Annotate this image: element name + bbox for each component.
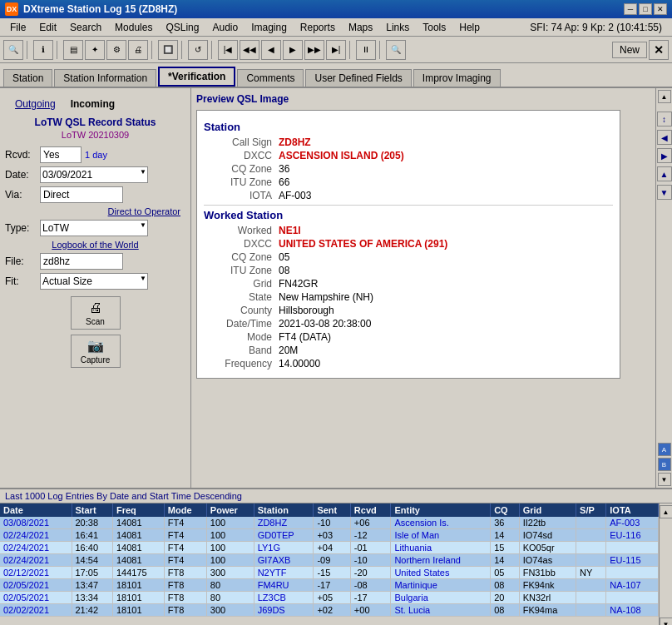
menu-reports[interactable]: Reports bbox=[294, 20, 342, 35]
toolbar-nav4[interactable]: ▶ bbox=[283, 40, 303, 60]
scroll-action-a[interactable]: A bbox=[658, 443, 671, 456]
table-row[interactable]: 02/05/202113:3418101FT880LZ3CB+05-17Bulg… bbox=[0, 592, 659, 604]
qsl-worked-mode: Mode FT4 (DATA) bbox=[204, 331, 613, 343]
direct-operator-link[interactable]: Direct to Operator bbox=[5, 206, 180, 216]
tab-verification[interactable]: *Verification bbox=[158, 67, 235, 87]
qsl-worked: Worked NE1I bbox=[204, 225, 613, 236]
toolbar-btn6[interactable]: 🖨 bbox=[128, 40, 148, 60]
menu-modules[interactable]: Modules bbox=[108, 20, 159, 35]
table-row[interactable]: 02/24/202114:5414081FT4100GI7AXB-09-10No… bbox=[0, 554, 659, 567]
lotw-date: LoTW 20210309 bbox=[5, 130, 185, 140]
app-icon: DX bbox=[5, 2, 18, 16]
scroll-icon-2[interactable]: ◀ bbox=[657, 130, 672, 145]
table-row[interactable]: 02/12/202117:05144175FT8300N2YTF-15-20Un… bbox=[0, 567, 659, 579]
fit-dropdown[interactable]: Actual Size Fit to Window Fit Width bbox=[40, 273, 148, 290]
action-buttons: 🖨 Scan 📷 Capture bbox=[5, 296, 185, 368]
log-table-header: Date Start Freq Mode Power Station Sent … bbox=[0, 503, 659, 517]
tab-comments[interactable]: Comments bbox=[237, 69, 304, 87]
toolbar-btn3[interactable]: ▤ bbox=[63, 40, 83, 60]
logbook-link[interactable]: Logbook of the World bbox=[5, 240, 185, 250]
maximize-button[interactable]: □ bbox=[639, 3, 652, 15]
scroll-action-b[interactable]: B bbox=[658, 458, 671, 471]
toolbar-sep-3 bbox=[151, 41, 155, 59]
toolbar-nav5[interactable]: ▶▶ bbox=[304, 40, 324, 60]
menu-edit[interactable]: Edit bbox=[32, 20, 63, 35]
toolbar-nav2[interactable]: ◀◀ bbox=[240, 40, 259, 60]
col-start: Start bbox=[72, 503, 112, 517]
log-scroll-down[interactable]: ▼ bbox=[660, 618, 673, 625]
col-station: Station bbox=[254, 503, 314, 517]
scroll-icon-1[interactable]: ↕ bbox=[657, 112, 672, 126]
toolbar-search-btn[interactable]: 🔍 bbox=[3, 40, 23, 60]
subtab-incoming[interactable]: Incoming bbox=[64, 97, 121, 112]
table-row[interactable]: 02/24/202116:4014081FT4100LY1G+04-01Lith… bbox=[0, 542, 659, 554]
log-scroll-up[interactable]: ▲ bbox=[660, 505, 673, 518]
toolbar-sep-1 bbox=[27, 41, 30, 59]
menu-search[interactable]: Search bbox=[63, 20, 108, 35]
sfi-display: SFI: 74 Ap: 9 Kp: 2 (10:41:55) bbox=[530, 22, 669, 33]
log-table-container[interactable]: Date Start Freq Mode Power Station Sent … bbox=[0, 503, 659, 625]
scan-button[interactable]: 🖨 Scan bbox=[71, 296, 121, 330]
toolbar-btn5[interactable]: ⚙ bbox=[106, 40, 126, 60]
title-bar: DX DXtreme Station Log 15 (ZD8HZ) ─ □ ✕ bbox=[0, 0, 672, 18]
menu-imaging[interactable]: Imaging bbox=[245, 20, 294, 35]
scroll-icon-5[interactable]: ▼ bbox=[657, 185, 672, 200]
menu-audio[interactable]: Audio bbox=[205, 20, 245, 35]
toolbar-close-btn[interactable]: ✕ bbox=[649, 40, 669, 60]
toolbar-find-btn[interactable]: 🔍 bbox=[386, 40, 406, 60]
table-row[interactable]: 02/02/202121:4218101FT8300J69DS+02+00St.… bbox=[0, 604, 659, 617]
table-row[interactable]: 02/24/202116:4114081FT4100GD0TEP+03-12Is… bbox=[0, 529, 659, 542]
tab-user-fields[interactable]: User Defined Fields bbox=[305, 69, 411, 87]
toolbar-nav3[interactable]: ◀ bbox=[261, 40, 281, 60]
tab-station-info[interactable]: Station Information bbox=[54, 69, 156, 87]
toolbar-btn4[interactable]: ✦ bbox=[85, 40, 105, 60]
scroll-action-icons: ↕ ◀ ▶ ▲ ▼ bbox=[657, 112, 672, 200]
menu-links[interactable]: Links bbox=[379, 20, 416, 35]
worked-section-title: Worked Station bbox=[204, 209, 613, 221]
capture-button[interactable]: 📷 Capture bbox=[71, 335, 121, 368]
date-dropdown[interactable]: 03/09/2021 bbox=[40, 166, 148, 183]
tab-improv-imaging[interactable]: Improv Imaging bbox=[413, 69, 501, 87]
via-input[interactable] bbox=[40, 186, 123, 203]
menu-qsling[interactable]: QSLing bbox=[159, 20, 205, 35]
minimize-button[interactable]: ─ bbox=[624, 3, 637, 15]
qsl-worked-grid: Grid FN42GR bbox=[204, 278, 613, 290]
col-sent: Sent bbox=[314, 503, 350, 517]
col-sp: S/P bbox=[576, 503, 606, 517]
type-dropdown[interactable]: LoTW bbox=[40, 220, 148, 236]
menu-help[interactable]: Help bbox=[452, 20, 487, 35]
subtab-outgoing[interactable]: Outgoing bbox=[8, 97, 62, 112]
via-row: Via: bbox=[5, 186, 185, 203]
fit-row: Fit: Actual Size Fit to Window Fit Width bbox=[5, 273, 185, 290]
scroll-up-btn[interactable]: ▲ bbox=[658, 90, 671, 103]
table-row[interactable]: 02/05/202113:4718101FT880FM4RU-17-08Mart… bbox=[0, 579, 659, 592]
col-iota: IOTA bbox=[606, 503, 659, 517]
toolbar-nav6[interactable]: ▶| bbox=[326, 40, 346, 60]
toolbar-nav1[interactable]: |◀ bbox=[218, 40, 238, 60]
rcvd-label: Rcvd: bbox=[5, 149, 37, 161]
scroll-icon-3[interactable]: ▶ bbox=[657, 148, 672, 163]
capture-icon: 📷 bbox=[87, 338, 104, 354]
menu-maps[interactable]: Maps bbox=[342, 20, 379, 35]
table-row[interactable]: 03/08/202120:3814081FT4100ZD8HZ-10+06Asc… bbox=[0, 517, 659, 529]
scroll-down-btn[interactable]: ▼ bbox=[658, 473, 671, 486]
qsl-dxcc: DXCC ASCENSION ISLAND (205) bbox=[204, 150, 613, 161]
menu-tools[interactable]: Tools bbox=[416, 20, 452, 35]
toolbar-btn7[interactable]: 🔲 bbox=[158, 40, 178, 60]
new-button[interactable]: New bbox=[612, 42, 647, 58]
toolbar-info-btn[interactable]: ℹ bbox=[33, 40, 53, 60]
title-bar-text: DXtreme Station Log 15 (ZD8HZ) bbox=[23, 3, 177, 15]
rcvd-input[interactable] bbox=[40, 146, 82, 163]
log-section-title: Last 1000 Log Entries By Date and Start … bbox=[0, 489, 672, 503]
scroll-icon-4[interactable]: ▲ bbox=[657, 166, 672, 181]
toolbar-pause-btn[interactable]: ⏸ bbox=[356, 40, 376, 60]
file-input[interactable] bbox=[40, 253, 123, 270]
tab-station[interactable]: Station bbox=[3, 69, 52, 87]
main-area: Outgoing Incoming LoTW QSL Record Status… bbox=[0, 88, 672, 488]
qsl-worked-freq: Frequency 14.00000 bbox=[204, 358, 613, 370]
toolbar-refresh-btn[interactable]: ↺ bbox=[188, 40, 208, 60]
menu-file[interactable]: File bbox=[3, 20, 32, 35]
qsl-worked-county: County Hillsborough bbox=[204, 305, 613, 316]
type-row: Type: LoTW bbox=[5, 220, 185, 236]
close-button[interactable]: ✕ bbox=[654, 3, 667, 15]
